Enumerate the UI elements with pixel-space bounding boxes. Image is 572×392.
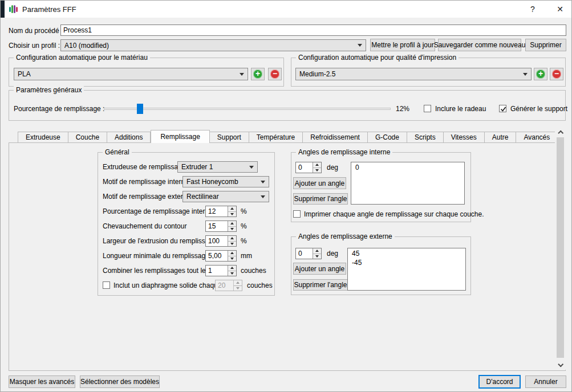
process-name-input[interactable] [60,24,566,36]
internal-add-angle-button[interactable]: Ajouter un angle [293,177,346,189]
external-pattern-value: Rectilinear [186,193,258,201]
combine-every-unit: couches [241,265,266,276]
external-add-angle-button[interactable]: Ajouter un angle [293,263,346,275]
infill-percentage-value: 12% [396,103,409,115]
diaphragm-checkbox[interactable] [103,281,110,289]
tab-vitesses[interactable]: Vitesses [444,132,485,143]
internal-angle-spinner[interactable]: 0 [295,162,322,173]
material-select[interactable]: PLA [14,68,248,80]
internal-percent-unit: % [241,206,247,217]
external-pattern-select[interactable]: Rectilinear [182,191,269,202]
delete-profile-button[interactable]: Supprimer [525,39,566,51]
select-models-button[interactable]: Sélectionner des modèles [80,375,160,388]
print-every-angle-checkbox[interactable] [293,210,301,218]
internal-pattern-value: Fast Honeycomb [186,178,258,186]
diaphragm-unit: couches [247,280,273,291]
spin-up-icon[interactable] [228,236,236,242]
print-every-angle-label[interactable]: Imprimer chaque angle de remplissage sur… [304,209,484,220]
remove-quality-button[interactable]: − [550,68,563,80]
spin-down-icon[interactable] [313,254,321,259]
scroll-down-icon[interactable] [555,361,566,370]
outline-overlap-label: Chevauchement du contour [103,220,186,232]
outline-overlap-spinner[interactable]: 15 [205,220,237,232]
generate-support-label[interactable]: Générer le support [510,103,567,115]
min-length-value: 5,00 [206,251,228,261]
infill-extruder-select[interactable]: Extruder 1 [177,161,258,173]
tab-refroidissement[interactable]: Refroidissement [303,132,368,143]
tab-avances[interactable]: Avancés [516,132,558,143]
quality-group: Configuration automatique pour qualité d… [291,58,566,87]
close-icon[interactable]: ✕ [548,1,572,18]
hide-advanced-button[interactable]: Masquer les avancés [9,375,75,388]
quality-select[interactable]: Medium-2.5 [295,68,532,80]
chevron-down-icon [523,73,528,76]
min-length-unit: mm [241,250,252,262]
internal-pattern-select[interactable]: Fast Honeycomb [182,176,269,187]
infill-slider-track[interactable] [104,108,391,110]
list-item[interactable]: 45 [348,249,465,258]
tab-gcode[interactable]: G-Code [368,132,407,143]
combine-every-spinner[interactable]: 1 [205,265,237,276]
tab-autre[interactable]: Autre [485,132,517,143]
remove-material-button[interactable]: − [268,68,282,80]
spin-up-icon[interactable] [228,266,236,271]
add-quality-button[interactable]: + [534,68,547,80]
material-group-title: Configuration automatique pour le matéri… [14,54,150,62]
tab-extrudeuse[interactable]: Extrudeuse [18,132,68,143]
list-item[interactable]: -45 [348,258,465,267]
infill-slider-handle[interactable] [137,104,143,114]
spin-down-icon[interactable] [228,271,236,276]
profile-select[interactable]: A10 (modified) [60,39,366,51]
tab-scripts[interactable]: Scripts [407,132,444,143]
scrollbar-thumb[interactable] [557,137,564,358]
add-material-button[interactable]: + [251,68,265,80]
update-profile-button[interactable]: Mettre le profil à jour [370,39,435,51]
tab-additions[interactable]: Additions [107,132,151,143]
external-angle-spinner[interactable]: 0 [295,248,322,259]
extrusion-width-spinner[interactable]: 100 [205,235,237,247]
external-remove-angle-button[interactable]: Supprimer l'angle [293,279,348,291]
chevron-down-icon [240,73,244,76]
diaphragm-label[interactable]: Inclut un diaphragme solide chaque [113,280,221,291]
spin-up-icon[interactable] [228,206,236,212]
cancel-button[interactable]: Annuler [525,375,566,388]
spin-down-icon[interactable] [228,256,236,262]
spin-down-icon[interactable] [228,227,236,232]
external-angles-list[interactable]: 45 -45 [347,248,466,291]
tab-temperature[interactable]: Température [249,132,303,143]
external-angles-group: Angles de remplissage externe 0 deg Ajou… [291,236,471,295]
spin-up-icon[interactable] [313,248,321,254]
spin-down-icon[interactable] [228,212,236,217]
save-as-new-button[interactable]: Sauvegarder comme nouveau [438,39,521,51]
internal-angles-list[interactable]: 0 [351,162,465,205]
tab-support[interactable]: Support [210,132,249,143]
tab-couche[interactable]: Couche [68,132,107,143]
profile-label: Choisir un profil : [9,40,60,51]
internal-remove-angle-button[interactable]: Supprimer l'angle [293,193,348,205]
list-item[interactable]: 0 [351,163,464,172]
spin-down-icon[interactable] [228,242,236,247]
spin-up-icon[interactable] [228,221,236,227]
outline-overlap-value: 15 [206,221,228,231]
tab-remplissage[interactable]: Remplissage [151,130,209,143]
include-raft-label[interactable]: Inclure le radeau [435,103,486,115]
plus-icon: + [253,70,262,79]
generate-support-checkbox[interactable] [499,105,506,112]
min-length-spinner[interactable]: 5,00 [205,250,237,262]
chevron-down-icon [249,166,254,169]
scroll-up-icon[interactable] [555,127,566,136]
internal-angles-group: Angles de remplissage interne 0 deg Ajou… [291,152,471,222]
spin-up-icon[interactable] [313,162,321,168]
general-settings-group: Paramètres généraux Pourcentage de rempl… [9,90,566,121]
ok-button[interactable]: D'accord [478,375,521,389]
title-bar[interactable]: Paramètres FFF ? ✕ [1,1,571,18]
internal-pattern-label: Motif de remplissage interne [103,176,189,187]
help-icon[interactable]: ? [522,1,543,18]
process-name-label: Nom du procédé : [9,25,63,36]
include-raft-checkbox[interactable] [424,105,431,112]
internal-percent-spinner[interactable]: 12 [205,206,237,217]
infill-general-group: Général Extrudeuse de remplissage Extrud… [98,152,275,296]
spin-down-icon[interactable] [313,168,321,173]
vertical-scrollbar[interactable] [555,127,566,370]
spin-up-icon[interactable] [228,251,236,256]
